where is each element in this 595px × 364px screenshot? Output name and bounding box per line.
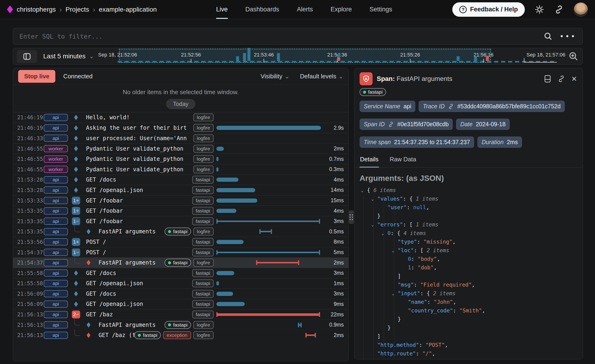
- metadata-chip-duration[interactable]: Duration2ms: [477, 136, 522, 148]
- trace-row[interactable]: 21:46:19apiAsking the user for their bir…: [13, 123, 348, 133]
- tag-logfire[interactable]: logfire: [193, 331, 214, 339]
- service-tag-api[interactable]: api: [44, 238, 68, 245]
- tab-live[interactable]: Live: [216, 0, 228, 19]
- tag-fastapi[interactable]: fastapi: [192, 217, 214, 225]
- service-tag-api[interactable]: api: [44, 332, 68, 339]
- tag-fastapi[interactable]: fastapi: [192, 186, 214, 194]
- tag-fastapi[interactable]: fastapi: [192, 207, 214, 215]
- tag-fastapi[interactable]: fastapi: [192, 279, 214, 287]
- trace-row[interactable]: 21:53:33api1+GET /foobarfastapi15ms: [13, 195, 348, 206]
- tag-exception[interactable]: exception: [163, 331, 191, 339]
- trace-row[interactable]: 21:53:35apiFastAPI argumentsfastapilogfi…: [13, 226, 348, 237]
- trace-row[interactable]: 21:46:33apiuser processed: User(name='An…: [13, 133, 348, 143]
- breadcrumb-org[interactable]: christophergs: [17, 6, 56, 13]
- tag-fastapi[interactable]: fastapi: [164, 259, 191, 267]
- trace-row[interactable]: 21:55:58apiGET /docsfastapi3ms: [13, 268, 348, 278]
- visibility-dropdown[interactable]: Visibility ⌄: [261, 73, 289, 80]
- metadata-chip-time-span[interactable]: Time span21:54:37.235 to 21:54:37.237: [360, 136, 474, 148]
- service-tag-api[interactable]: api: [44, 124, 68, 132]
- trace-row[interactable]: 21:56:13apiFastAPI argumentsfastapilogfi…: [13, 320, 348, 330]
- service-tag-api[interactable]: api: [44, 228, 68, 235]
- trace-row[interactable]: 21:53:35api1−GET /foobarfastapi3ms: [13, 216, 348, 226]
- sidebar-toggle-button[interactable]: [17, 50, 37, 63]
- zoom-in-icon[interactable]: [568, 51, 579, 62]
- tag-fastapi[interactable]: fastapi: [164, 228, 191, 236]
- json-collapse-chevron-icon[interactable]: ⌄: [371, 194, 374, 203]
- service-tag-api[interactable]: api: [44, 259, 68, 266]
- copy-link-icon[interactable]: [557, 75, 565, 83]
- service-tag-worker[interactable]: worker: [44, 156, 68, 163]
- user-avatar[interactable]: [574, 2, 588, 17]
- service-tag-api[interactable]: api: [44, 249, 68, 256]
- tag-fastapi[interactable]: fastapi: [164, 321, 191, 329]
- child-count-badge[interactable]: 1+: [72, 238, 80, 246]
- trace-row[interactable]: 21:46:55workerPydantic User validate_pyt…: [13, 164, 348, 175]
- tab-dashboards[interactable]: Dashboards: [245, 0, 279, 19]
- tag-fastapi[interactable]: fastapi: [192, 269, 214, 277]
- child-count-badge[interactable]: 1+: [72, 207, 80, 215]
- child-count-badge[interactable]: 1−: [72, 217, 80, 225]
- tag-fastapi[interactable]: fastapi: [192, 311, 214, 318]
- service-tag-api[interactable]: api: [44, 280, 68, 287]
- json-collapse-chevron-icon[interactable]: ⌄: [361, 186, 363, 194]
- service-tag-api[interactable]: api: [44, 300, 68, 308]
- tag-logfire[interactable]: logfire: [193, 228, 214, 236]
- tag-fastapi[interactable]: fastapi: [192, 238, 214, 246]
- json-collapse-chevron-icon[interactable]: ⌄: [392, 289, 394, 298]
- service-tag-api[interactable]: api: [44, 218, 68, 225]
- stop-live-button[interactable]: Stop live: [18, 70, 55, 83]
- service-tag-api[interactable]: api: [44, 290, 68, 297]
- metadata-chip-trace-id[interactable]: Trace ID#53ddc40980a86b57bfe89c1cc01c752…: [418, 101, 565, 112]
- span-tab-raw-data[interactable]: Raw Data: [389, 154, 417, 168]
- tab-alerts[interactable]: Alerts: [297, 0, 313, 19]
- sql-filter-input[interactable]: [19, 33, 543, 40]
- trace-row[interactable]: 21:53:28apiGET /openapi.jsonfastapi14ms: [13, 185, 348, 195]
- child-count-badge[interactable]: 1+: [72, 197, 80, 205]
- trace-row[interactable]: 21:53:28apiGET /docsfastapi4ms: [13, 175, 348, 185]
- service-tag-api[interactable]: api: [44, 207, 68, 214]
- feedback-help-button[interactable]: ? Feedback / Help: [452, 2, 525, 17]
- tab-explore[interactable]: Explore: [331, 0, 352, 19]
- service-tag-api[interactable]: api: [44, 186, 68, 194]
- breadcrumb-project[interactable]: example-application: [99, 6, 157, 13]
- tag-fastapi[interactable]: fastapi: [192, 176, 214, 184]
- panel-resize-handle[interactable]: [349, 210, 354, 224]
- tag-fastapi[interactable]: fastapi: [192, 249, 214, 256]
- trace-row[interactable]: 21:54:37apiFastAPI argumentsfastapilogfi…: [13, 257, 348, 268]
- service-tag-api[interactable]: api: [44, 321, 68, 328]
- today-button[interactable]: Today: [166, 99, 195, 109]
- metadata-chip-span-id[interactable]: Span ID#0e31f5fd70e08cdb: [360, 119, 453, 130]
- trace-row[interactable]: 21:46:19apiHello, world!logfire: [13, 112, 348, 123]
- tag-fastapi[interactable]: fastapi: [192, 300, 214, 308]
- json-collapse-chevron-icon[interactable]: ⌄: [392, 246, 394, 255]
- tag-logfire[interactable]: logfire: [193, 259, 214, 267]
- service-tag-api[interactable]: api: [44, 269, 68, 277]
- panel-layout-icon[interactable]: [544, 75, 551, 83]
- tab-settings[interactable]: Settings: [369, 0, 392, 19]
- theme-toggle-icon[interactable]: [535, 5, 544, 14]
- tag-logfire[interactable]: logfire: [193, 134, 214, 142]
- trace-row[interactable]: 21:56:13api2−GET /bazfastapi22ms: [13, 309, 348, 320]
- service-tag-api[interactable]: api: [44, 176, 68, 183]
- tag-fastapi[interactable]: fastapi: [192, 290, 214, 298]
- service-tag-worker[interactable]: worker: [44, 166, 68, 173]
- trace-row[interactable]: 21:53:35api1+GET /foobarfastapi4ms: [13, 206, 348, 216]
- share-link-icon[interactable]: [554, 5, 564, 14]
- tag-logfire[interactable]: logfire: [193, 321, 214, 329]
- child-count-badge[interactable]: 1−: [72, 249, 80, 256]
- tag-logfire[interactable]: logfire: [193, 165, 214, 173]
- metadata-chip-service-name[interactable]: Service Nameapi: [360, 101, 415, 112]
- close-icon[interactable]: ✕: [571, 75, 577, 83]
- trace-row[interactable]: 21:53:56api1+POST /fastapi8ms: [13, 237, 348, 247]
- trace-row[interactable]: 21:56:09apiGET /docsfastapi3ms: [13, 288, 348, 299]
- time-range-dropdown[interactable]: Last 5 minutes ⌄: [43, 48, 94, 64]
- trace-row[interactable]: 21:46:55workerPydantic User validate_pyt…: [13, 143, 348, 154]
- span-tab-details[interactable]: Details: [360, 154, 379, 168]
- json-collapse-chevron-icon[interactable]: ⌄: [371, 220, 374, 229]
- trace-row[interactable]: 21:56:09apiGET /openapi.jsonfastapi9ms: [13, 299, 348, 309]
- service-tag-api[interactable]: api: [44, 114, 68, 121]
- trace-row[interactable]: 21:46:55workerPydantic User validate_pyt…: [13, 154, 348, 164]
- tag-logfire[interactable]: logfire: [193, 114, 214, 121]
- timeline-axis[interactable]: Sep 18, 21:52:0621:52:5621:53:4621:54:36…: [118, 48, 557, 64]
- tag-logfire[interactable]: logfire: [193, 124, 214, 132]
